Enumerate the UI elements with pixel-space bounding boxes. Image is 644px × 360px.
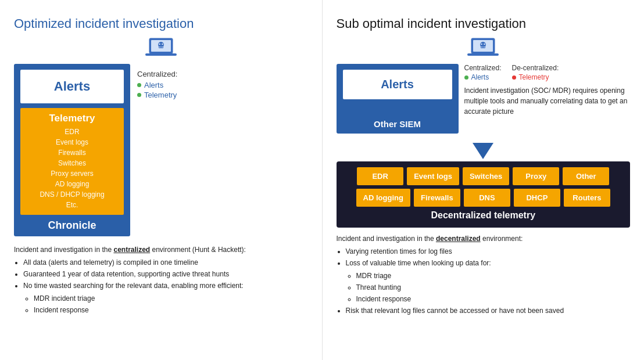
left-bullet-list: All data (alerts and telemetry) is compi… [23, 257, 308, 315]
right-telemetry-label: Telemetry [519, 73, 549, 81]
left-centralized-alerts-label: Alerts [144, 81, 163, 89]
red-dot-right-telemetry [512, 75, 516, 80]
list-item: Guaranteed 1 year of data retention, sup… [23, 269, 308, 279]
green-dot-right-alerts [464, 75, 468, 80]
svg-point-14 [481, 44, 482, 45]
right-incident-note: Incident investigation (SOC/ MDR) requir… [464, 85, 631, 117]
decentral-row-1: EDR Event logs Switches Proxy Other [342, 167, 625, 185]
right-laptop-icon-wrap [337, 37, 631, 60]
list-item: Incident response [356, 294, 631, 304]
list-item: Switches [25, 158, 119, 168]
decentral-row-2: AD logging Firewalls DNS DHCP Routers [342, 189, 625, 207]
left-panel: Optimized incident investigation Alerts … [0, 0, 323, 360]
right-centralized-heading: Centralized: [464, 64, 502, 72]
right-alerts-label: Alerts [471, 73, 489, 81]
right-centralized-col: Centralized: Alerts [464, 64, 502, 82]
decentral-grid-wrap: EDR Event logs Switches Proxy Other AD l… [337, 161, 631, 228]
left-bottom-heading: Incident and investigation in the centra… [14, 244, 308, 255]
list-item: No time wasted searching for the relevan… [23, 280, 308, 315]
right-bottom-text: Incident and investigation in the decent… [337, 233, 631, 317]
right-sub-bullet-list: MDR triage Threat hunting Incident respo… [356, 271, 631, 304]
left-telemetry-box: Telemetry EDR Event logs Firewalls Switc… [20, 108, 124, 215]
decentral-dark-box: EDR Event logs Switches Proxy Other AD l… [337, 161, 631, 228]
right-panel: Sub optimal incident investigation Alert… [323, 0, 645, 360]
list-item: Firewalls [25, 147, 119, 158]
right-bottom-heading: Incident and investigation in the decent… [337, 233, 631, 244]
left-title: Optimized incident investigation [14, 16, 308, 31]
decentral-cell-routers: Routers [564, 189, 610, 207]
left-centralized-heading: Centralized: [137, 70, 177, 78]
laptop-icon-right [467, 37, 499, 60]
decentral-cell-edr: EDR [357, 167, 403, 185]
decentral-cell-switches: Switches [463, 167, 509, 185]
right-diagram: Alerts Other SIEM Centralized: Alerts De… [337, 64, 631, 134]
other-siem-box: Alerts Other SIEM [337, 64, 459, 134]
svg-point-5 [162, 44, 163, 45]
left-diagram: Alerts Telemetry EDR Event logs Firewall… [14, 64, 308, 236]
right-alerts-box: Alerts [343, 70, 452, 99]
list-item: EDR [25, 127, 119, 137]
right-title: Sub optimal incident investigation [337, 16, 631, 31]
right-decentralized-heading: De-centralized: [512, 64, 559, 72]
decentral-cell-adlogging: AD logging [356, 189, 410, 207]
chronicle-label: Chronicle [48, 215, 96, 236]
decentral-cell-eventlogs: Event logs [407, 167, 459, 185]
laptop-icon-left [145, 37, 177, 60]
decentral-cell-dns: DNS [464, 189, 510, 207]
left-sub-bullet-list: MDR incident triage Incident response [34, 293, 308, 315]
right-bullet-list: Varying retention times for log files Lo… [346, 246, 631, 316]
svg-rect-19 [467, 53, 499, 56]
list-item: MDR incident triage [34, 293, 308, 304]
list-item: DNS / DHCP logging [25, 189, 119, 200]
list-item: Event logs [25, 137, 119, 147]
other-siem-label: Other SIEM [374, 114, 421, 134]
arrow-down-icon [473, 143, 493, 159]
list-item: MDR triage [356, 271, 631, 281]
right-telemetry-item: Telemetry [512, 73, 559, 81]
left-telemetry-list: EDR Event logs Firewalls Switches Proxy … [25, 127, 119, 210]
left-centralized-section: Centralized: Alerts Telemetry [137, 64, 177, 100]
decentral-cell-firewalls: Firewalls [414, 189, 460, 207]
left-centralized-telemetry-label: Telemetry [144, 91, 177, 99]
list-item: AD logging [25, 179, 119, 189]
arrow-wrap [337, 143, 631, 159]
list-item: All data (alerts and telemetry) is compi… [23, 257, 308, 268]
decentral-cell-proxy: Proxy [513, 167, 559, 185]
green-dot-telemetry [137, 93, 141, 97]
list-item: Varying retention times for log files [346, 246, 631, 257]
list-item: Threat hunting [356, 282, 631, 293]
right-centralized-decentralized: Centralized: Alerts De-centralized: Tele… [464, 64, 631, 82]
green-dot-alerts [137, 83, 141, 87]
left-bottom-text: Incident and investigation in the centra… [14, 244, 308, 316]
list-item: Proxy servers [25, 168, 119, 179]
list-item: Risk that relevant log files cannot be a… [346, 305, 631, 316]
svg-point-4 [159, 44, 160, 45]
chronicle-box: Alerts Telemetry EDR Event logs Firewall… [14, 64, 130, 236]
left-laptop-icon-wrap [14, 37, 308, 60]
left-centralized-alerts: Alerts [137, 81, 177, 89]
svg-point-15 [484, 44, 485, 45]
right-alerts-item: Alerts [464, 73, 502, 81]
list-item: Etc. [25, 200, 119, 210]
left-centralized-telemetry: Telemetry [137, 91, 177, 99]
right-info-section: Centralized: Alerts De-centralized: Tele… [464, 64, 631, 117]
right-decentralized-col: De-centralized: Telemetry [512, 64, 559, 82]
decentral-cell-dhcp: DHCP [514, 189, 560, 207]
decentral-footer: Decentralized telemetry [342, 210, 625, 222]
decentral-cell-other: Other [563, 167, 609, 185]
svg-rect-9 [145, 53, 177, 56]
list-item: Incident response [34, 305, 308, 315]
list-item: Loss of valuable time when looking up da… [346, 258, 631, 304]
left-alerts-box: Alerts [20, 70, 124, 103]
left-telemetry-title: Telemetry [25, 113, 119, 124]
